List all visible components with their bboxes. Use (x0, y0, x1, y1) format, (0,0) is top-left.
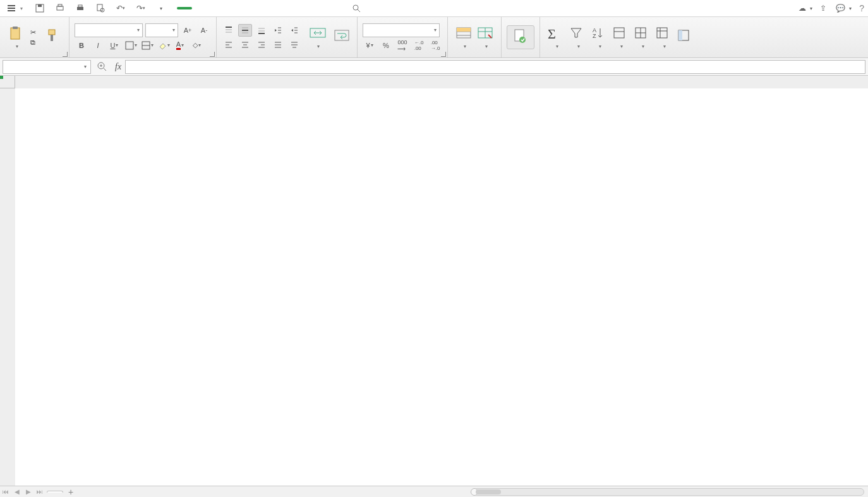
doc-assist-button[interactable] (507, 25, 534, 49)
align-right-button[interactable] (255, 39, 268, 51)
align-left-button[interactable] (222, 39, 236, 51)
decimal-increase-button[interactable]: ←.0.00 (412, 39, 426, 52)
print-icon[interactable] (73, 2, 87, 15)
currency-button[interactable]: ¥▾ (363, 39, 377, 52)
font-name-select[interactable]: ▾ (75, 23, 143, 37)
help-icon[interactable]: ? (859, 3, 864, 13)
share-icon: ⇪ (820, 4, 826, 13)
wrap-text-button[interactable] (330, 28, 352, 46)
tab-data[interactable] (238, 7, 253, 9)
column-headers[interactable] (15, 76, 868, 88)
svg-rect-12 (49, 30, 55, 35)
redo-icon[interactable]: ↷▾ (134, 2, 148, 15)
copy-button[interactable]: ⧉ (30, 39, 38, 47)
font-size-select[interactable]: ▾ (145, 23, 178, 37)
tab-start[interactable] (177, 7, 192, 9)
filter-button[interactable]: ▾ (567, 26, 588, 49)
font-launcher[interactable] (210, 52, 215, 57)
chevron-down-icon: ▾ (849, 6, 852, 11)
sheet-nav-first[interactable]: ⏮ (0, 488, 11, 495)
freeze-button[interactable] (674, 28, 696, 46)
freeze-icon (677, 28, 693, 45)
horizontal-scrollbar[interactable] (474, 488, 864, 496)
tab-devtools[interactable] (298, 7, 313, 9)
number-format-select[interactable]: ▾ (363, 23, 440, 37)
tab-view[interactable] (268, 7, 283, 9)
font-color-button[interactable]: A▾ (173, 39, 187, 52)
conditional-format-button[interactable]: ▾ (453, 26, 474, 49)
sheet-nav-prev[interactable]: ◀ (11, 488, 23, 495)
svg-rect-10 (11, 28, 20, 39)
add-sheet-button[interactable]: + (63, 487, 78, 497)
sheet-nav-next[interactable]: ▶ (23, 488, 34, 495)
align-distributed-button[interactable] (287, 39, 301, 51)
tab-layout[interactable] (207, 7, 222, 9)
rowcol-button[interactable]: ▾ (631, 26, 653, 49)
fill-color-button[interactable]: ▾ (157, 39, 171, 52)
row-headers[interactable] (0, 88, 15, 486)
cell-grid[interactable] (15, 88, 868, 486)
svg-rect-5 (78, 5, 82, 7)
select-all-corner[interactable] (0, 76, 15, 88)
hamburger-icon (8, 5, 15, 11)
number-launcher[interactable] (441, 52, 446, 57)
sort-button[interactable]: AZ▾ (588, 26, 610, 49)
cell-style-button[interactable]: ▾ (140, 39, 154, 52)
tab-security[interactable] (283, 7, 298, 9)
worksheet-button[interactable]: ▾ (653, 26, 674, 49)
tab-special[interactable] (313, 7, 329, 9)
align-justify-button[interactable] (271, 39, 285, 51)
scissors-icon: ✂ (30, 28, 36, 37)
format-button[interactable]: ▾ (610, 26, 631, 49)
underline-button[interactable]: U▾ (107, 39, 121, 52)
decimal-decrease-button[interactable]: .00→.0 (428, 39, 442, 52)
sheet-tab[interactable] (47, 491, 63, 493)
tab-insert[interactable] (192, 7, 207, 9)
comma-button[interactable]: 000⟶ (395, 39, 409, 52)
print-preview-icon[interactable] (53, 2, 67, 15)
share-button[interactable]: ⇪ (820, 4, 828, 13)
sum-button[interactable]: Σ▾ (545, 26, 567, 49)
border-button[interactable]: ▾ (124, 39, 138, 52)
undo-icon[interactable]: ↶▾ (114, 2, 128, 15)
save-icon[interactable] (33, 2, 47, 15)
paste-button[interactable]: ▾ (5, 26, 27, 49)
tab-formula[interactable] (222, 7, 238, 9)
sheet-nav-last[interactable]: ⏭ (34, 488, 45, 495)
tab-review[interactable] (253, 7, 268, 9)
copy-icon: ⧉ (30, 39, 35, 47)
zoom-icon[interactable] (97, 62, 107, 72)
bold-button[interactable]: B (75, 39, 88, 52)
valign-top-button[interactable] (222, 24, 236, 37)
svg-line-9 (358, 9, 360, 12)
indent-decrease-button[interactable] (271, 24, 285, 37)
qat-more-icon[interactable]: ▾ (154, 2, 168, 15)
chevron-down-icon: ▾ (810, 6, 812, 11)
font-shrink-button[interactable]: A- (197, 24, 211, 37)
valign-middle-button[interactable] (238, 24, 252, 37)
name-box[interactable]: ▾ (3, 60, 91, 74)
table-style-button[interactable]: ▾ (474, 26, 496, 49)
scroll-thumb[interactable] (476, 489, 501, 494)
italic-button[interactable]: I (91, 39, 105, 52)
font-grow-button[interactable]: A+ (181, 24, 195, 37)
menu-file[interactable]: ▾ (4, 4, 27, 13)
formula-bar[interactable] (125, 60, 865, 74)
valign-bottom-button[interactable] (255, 24, 268, 37)
fx-label[interactable]: fx (115, 62, 121, 72)
clipboard-launcher[interactable] (63, 52, 68, 57)
merge-center-button[interactable]: ▾ (306, 26, 328, 49)
ribbon-tabs (177, 7, 344, 9)
indent-increase-button[interactable] (287, 24, 301, 37)
clear-format-button[interactable]: ◇▾ (190, 39, 203, 52)
cut-button[interactable]: ✂ (30, 28, 39, 37)
sync-status[interactable]: ☁ ▾ (799, 4, 812, 13)
chevron-down-icon: ▾ (20, 6, 23, 11)
tab-dochelper[interactable] (329, 7, 344, 9)
page-zoom-icon[interactable] (93, 2, 107, 15)
align-center-button[interactable] (238, 39, 252, 51)
annotate-button[interactable]: 💬 ▾ (836, 4, 852, 13)
svg-rect-1 (38, 4, 42, 7)
percent-button[interactable]: % (379, 39, 393, 52)
format-painter-button[interactable] (42, 28, 64, 46)
